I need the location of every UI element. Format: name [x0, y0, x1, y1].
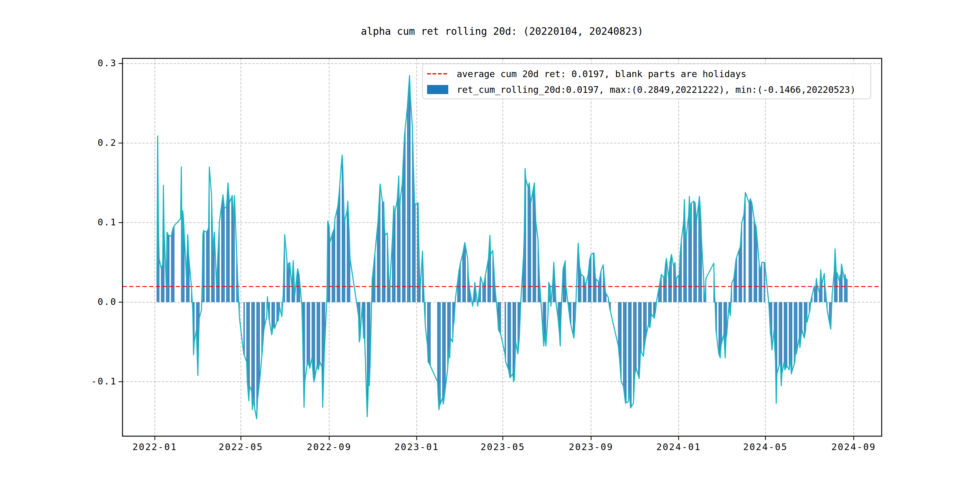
x-tick-label-5: 2023-09 [561, 442, 621, 452]
legend-item-average: average cum 20d ret: 0.0197, blank parts… [427, 66, 870, 82]
x-tick-label-4: 2023-05 [473, 442, 533, 452]
x-tick-label-2: 2022-09 [299, 442, 360, 452]
legend-label-average: average cum 20d ret: 0.0197, blank parts… [457, 68, 746, 79]
legend: average cum 20d ret: 0.0197, blank parts… [422, 64, 871, 99]
chart-title: alpha cum ret rolling 20d: (20220104, 20… [123, 25, 882, 37]
x-tick-label-0: 2022-01 [125, 442, 185, 452]
x-tick-label-7: 2024-05 [735, 442, 796, 452]
y-tick-label-3: 0.0 [80, 296, 117, 307]
y-tick-label-1: 0.2 [80, 137, 117, 148]
x-tick-label-3: 2023-01 [387, 442, 447, 452]
legend-item-series: ret_cum_rolling_20d:0.0197, max:(0.2849,… [427, 82, 870, 97]
y-tick-label-0: 0.3 [80, 58, 117, 68]
y-tick-label-4: -0.1 [80, 376, 117, 387]
dashed-line-icon [427, 72, 448, 75]
x-tick-label-1: 2022-05 [210, 442, 271, 452]
legend-label-series: ret_cum_rolling_20d:0.0197, max:(0.2849,… [457, 84, 856, 95]
x-tick-label-6: 2024-01 [649, 442, 709, 452]
red-dashed-line-swatch [427, 72, 448, 75]
blue-bar-swatch [427, 85, 448, 94]
y-tick-label-2: 0.1 [80, 217, 117, 228]
x-tick-label-8: 2024-09 [823, 442, 884, 452]
bar-icon [427, 85, 448, 94]
figure: alpha cum ret rolling 20d: (20220104, 20… [0, 0, 980, 490]
